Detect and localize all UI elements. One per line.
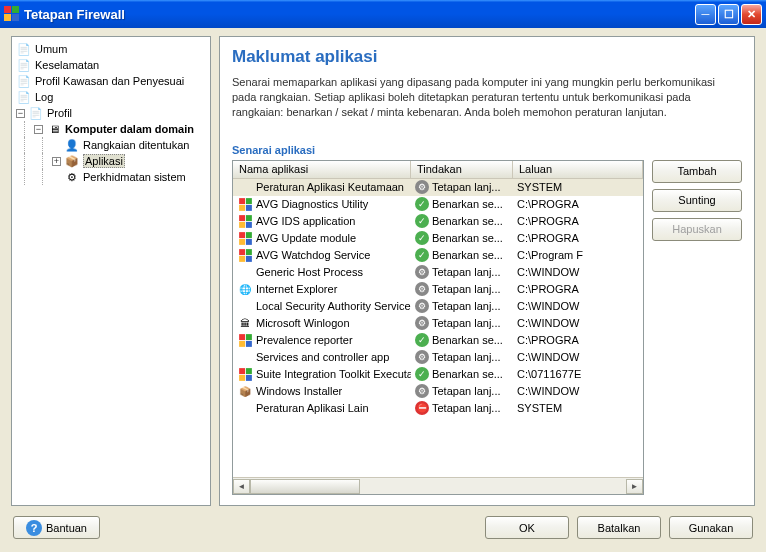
tree-item-label: Komputer dalam domain <box>65 123 194 135</box>
scroll-track[interactable] <box>250 479 626 494</box>
app-icon <box>237 180 253 194</box>
action-text: Benarkan se... <box>432 368 503 380</box>
app-icon <box>237 214 253 228</box>
action-text: Tetapan lanj... <box>432 351 501 363</box>
action-icon: ⚙ <box>415 384 429 398</box>
tree-node-icon: 📄 <box>16 73 32 89</box>
app-icon <box>237 401 253 415</box>
path-text: C:\WINDOW <box>513 265 643 279</box>
path-text: C:\WINDOW <box>513 350 643 364</box>
horizontal-scrollbar[interactable]: ◄ ► <box>233 477 643 494</box>
bottom-bar: ? Bantuan OK Batalkan Gunakan <box>3 510 763 549</box>
app-icon <box>237 197 253 211</box>
path-text: C:\PROGRA <box>513 333 643 347</box>
action-icon: ✓ <box>415 248 429 262</box>
tree-item-label: Keselamatan <box>35 59 99 71</box>
action-text: Benarkan se... <box>432 249 503 261</box>
tree-item[interactable]: 📄Profil Kawasan dan Penyesuai <box>14 73 208 89</box>
tree-item-label: Aplikasi <box>83 154 125 168</box>
table-row[interactable]: AVG IDS application✓Benarkan se...C:\PRO… <box>233 213 643 230</box>
help-button[interactable]: ? Bantuan <box>13 516 100 539</box>
window-title: Tetapan Firewall <box>24 7 695 22</box>
table-row[interactable]: AVG Diagnostics Utility✓Benarkan se...C:… <box>233 196 643 213</box>
action-icon: ⚙ <box>415 316 429 330</box>
tree-item[interactable]: 👤Rangkaian ditentukan <box>14 137 208 153</box>
path-text: C:\PROGRA <box>513 197 643 211</box>
col-header-name[interactable]: Nama aplikasi <box>233 161 411 178</box>
app-name: Peraturan Aplikasi Lain <box>256 402 369 414</box>
titlebar: Tetapan Firewall ─ ☐ ✕ <box>0 0 766 28</box>
nav-tree[interactable]: 📄Umum📄Keselamatan📄Profil Kawasan dan Pen… <box>11 36 211 506</box>
path-text: C:\PROGRA <box>513 214 643 228</box>
app-name: AVG Update module <box>256 232 356 244</box>
app-name: Generic Host Process <box>256 266 363 278</box>
action-text: Tetapan lanj... <box>432 266 501 278</box>
list-label: Senarai aplikasi <box>232 144 742 156</box>
table-row[interactable]: AVG Watchdog Service✓Benarkan se...C:\Pr… <box>233 247 643 264</box>
ok-button[interactable]: OK <box>485 516 569 539</box>
action-text: Benarkan se... <box>432 215 503 227</box>
table-row[interactable]: Services and controller app⚙Tetapan lanj… <box>233 349 643 366</box>
action-icon: ⛔ <box>415 401 429 415</box>
tree-item[interactable]: −🖥Komputer dalam domain <box>14 121 208 137</box>
table-header[interactable]: Nama aplikasi Tindakan Laluan <box>233 161 643 179</box>
tree-item[interactable]: +📦Aplikasi <box>14 153 208 169</box>
tree-item[interactable]: 📄Keselamatan <box>14 57 208 73</box>
scroll-right-button[interactable]: ► <box>626 479 643 494</box>
action-text: Tetapan lanj... <box>432 283 501 295</box>
table-row[interactable]: 🌐Internet Explorer⚙Tetapan lanj...C:\PRO… <box>233 281 643 298</box>
action-text: Tetapan lanj... <box>432 317 501 329</box>
table-row[interactable]: Prevalence reporter✓Benarkan se...C:\PRO… <box>233 332 643 349</box>
table-row[interactable]: Local Security Authority Service⚙Tetapan… <box>233 298 643 315</box>
table-row[interactable]: AVG Update module✓Benarkan se...C:\PROGR… <box>233 230 643 247</box>
action-text: Tetapan lanj... <box>432 181 501 193</box>
application-table[interactable]: Nama aplikasi Tindakan Laluan Peraturan … <box>232 160 644 495</box>
action-icon: ✓ <box>415 231 429 245</box>
tree-toggle-icon[interactable]: − <box>16 109 25 118</box>
tree-toggle-icon[interactable]: − <box>34 125 43 134</box>
tree-node-icon: 👤 <box>64 137 80 153</box>
tree-node-icon: 📄 <box>16 89 32 105</box>
panel-description: Senarai memaparkan aplikasi yang dipasan… <box>232 75 742 120</box>
scroll-left-button[interactable]: ◄ <box>233 479 250 494</box>
app-icon <box>237 350 253 364</box>
table-row[interactable]: Peraturan Aplikasi Lain⛔Tetapan lanj...S… <box>233 400 643 417</box>
col-header-path[interactable]: Laluan <box>513 161 643 178</box>
app-name: Prevalence reporter <box>256 334 353 346</box>
action-icon: ⚙ <box>415 282 429 296</box>
add-button[interactable]: Tambah <box>652 160 742 183</box>
tree-node-icon: 📦 <box>64 153 80 169</box>
tree-toggle-icon[interactable]: + <box>52 157 61 166</box>
table-row[interactable]: Suite Integration Toolkit Executable✓Ben… <box>233 366 643 383</box>
tree-item[interactable]: 📄Log <box>14 89 208 105</box>
apply-button[interactable]: Gunakan <box>669 516 753 539</box>
table-row[interactable]: 🏛Microsoft Winlogon⚙Tetapan lanj...C:\WI… <box>233 315 643 332</box>
tree-item[interactable]: 📄Umum <box>14 41 208 57</box>
tree-item-label: Profil Kawasan dan Penyesuai <box>35 75 184 87</box>
path-text: C:\PROGRA <box>513 282 643 296</box>
action-text: Benarkan se... <box>432 334 503 346</box>
edit-button[interactable]: Sunting <box>652 189 742 212</box>
col-header-action[interactable]: Tindakan <box>411 161 513 178</box>
scroll-thumb[interactable] <box>250 479 360 494</box>
close-button[interactable]: ✕ <box>741 4 762 25</box>
tree-node-icon: ⚙ <box>64 169 80 185</box>
action-text: Benarkan se... <box>432 198 503 210</box>
delete-button[interactable]: Hapuskan <box>652 218 742 241</box>
action-icon: ✓ <box>415 197 429 211</box>
tree-item[interactable]: −📄Profil <box>14 105 208 121</box>
tree-item[interactable]: ⚙Perkhidmatan sistem <box>14 169 208 185</box>
minimize-button[interactable]: ─ <box>695 4 716 25</box>
panel-heading: Maklumat aplikasi <box>232 47 742 67</box>
app-icon <box>237 299 253 313</box>
table-row[interactable]: 📦Windows Installer⚙Tetapan lanj...C:\WIN… <box>233 383 643 400</box>
app-icon: 🏛 <box>237 316 253 330</box>
maximize-button[interactable]: ☐ <box>718 4 739 25</box>
action-icon: ⚙ <box>415 350 429 364</box>
action-icon: ✓ <box>415 214 429 228</box>
path-text: C:\Program F <box>513 248 643 262</box>
cancel-button[interactable]: Batalkan <box>577 516 661 539</box>
app-name: AVG IDS application <box>256 215 355 227</box>
table-row[interactable]: Peraturan Aplikasi Keutamaan⚙Tetapan lan… <box>233 179 643 196</box>
table-row[interactable]: Generic Host Process⚙Tetapan lanj...C:\W… <box>233 264 643 281</box>
